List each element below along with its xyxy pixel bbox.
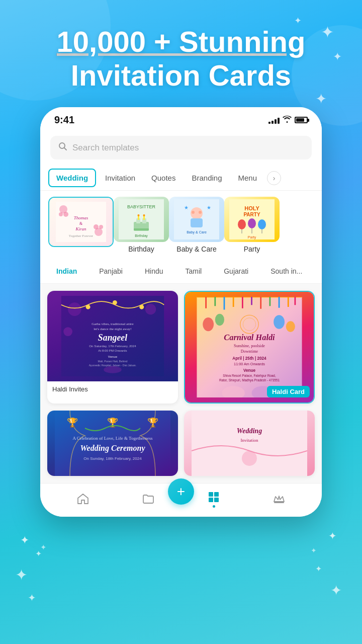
svg-text:Together Forever: Together Forever [69,234,94,238]
filter-chip-south-indian[interactable]: South in... [262,264,310,278]
search-container: Search templates [40,130,322,166]
wedding-pink-image: Wedding Invitation [184,411,315,476]
sparkle-bottom-right-large: ✦ [330,582,342,599]
svg-text:Downtime: Downtime [241,349,258,354]
svg-text:🏆: 🏆 [147,417,159,428]
party-card-visual: HOLY PARTY Party [224,197,280,242]
svg-rect-101 [214,498,219,502]
svg-point-44 [145,304,156,314]
tab-quotes[interactable]: Quotes [144,170,183,186]
tab-more-button[interactable]: › [267,171,281,185]
svg-rect-100 [209,498,213,502]
svg-text:Shiva Resort Palace, Fatehpur : Shiva Resort Palace, Fatehpur Road, [223,374,276,378]
tab-wedding[interactable]: Wedding [48,169,96,187]
svg-text:Party: Party [248,235,256,239]
svg-text:Thomas: Thomas [74,215,88,220]
tab-menu[interactable]: Menu [231,170,264,186]
nav-item-folder[interactable] [142,493,155,506]
template-card-wedding[interactable]: Thomas & Kiran Together Forever [48,197,114,253]
battery-fill [296,118,304,122]
svg-rect-102 [274,502,284,503]
signal-bar-1 [268,122,270,124]
templates-active-dot [213,505,215,508]
svg-point-37 [258,219,266,229]
crown-icon [273,493,286,506]
bottom-left-sparkle-cluster: ✦ [20,534,29,547]
svg-rect-26 [191,218,203,227]
header-title-line1: 10,000 + Stunning [57,25,306,58]
fab-add-button[interactable]: + [168,478,194,505]
wifi-icon [283,116,292,125]
tab-branding[interactable]: Branding [185,170,229,186]
search-bar[interactable]: Search templates [50,136,312,159]
home-icon [76,493,89,506]
svg-rect-19 [138,216,139,220]
svg-point-46 [86,305,90,309]
svg-text:let's dance the night away!: let's dance the night away! [94,328,132,332]
wedding-ceremony-visual: 🏆 🏆 🏆 A Celebration of Love, Life & Toge… [47,411,178,476]
svg-line-1 [64,148,67,150]
battery-icon [295,117,308,123]
sparkle-bottom-left-med: ✦ [28,592,36,604]
svg-text:Invitation: Invitation [241,438,258,443]
haldi-invites-image: Garba vibes, traditional attire let's da… [47,291,178,381]
svg-text:&: & [79,221,83,226]
template-cards-row: Thomas & Kiran Together Forever BABYSITT… [40,191,322,259]
phone-mockup: 9:41 [40,107,322,517]
folder-icon [142,493,155,506]
template-card-party[interactable]: HOLY PARTY Party Party [224,197,280,253]
nav-item-templates[interactable] [207,491,220,508]
haldi-sangeet-visual: Garba vibes, traditional attire let's da… [47,291,178,381]
filter-chip-tamil[interactable]: Tamil [177,264,210,278]
svg-text:April | 25th | 2024: April | 25th | 2024 [232,356,266,361]
filter-chip-gujarati[interactable]: Gujarati [216,264,256,278]
svg-text:Kiran: Kiran [75,226,86,231]
bottom-left-sparkle-small: ✦ [40,543,47,552]
svg-text:At 8:00 PM Onwards: At 8:00 PM Onwards [98,349,127,352]
invitation-card-wedding-ceremony[interactable]: 🏆 🏆 🏆 A Celebration of Love, Life & Toge… [47,411,178,476]
filter-chip-panjabi[interactable]: Panjabi [91,264,131,278]
status-time: 9:41 [54,114,74,126]
search-placeholder-text: Search templates [72,143,139,153]
nav-item-crown[interactable] [273,493,286,506]
svg-text:Birthday: Birthday [135,234,148,238]
wedding-card-image: Thomas & Kiran Together Forever [48,197,114,247]
svg-point-8 [99,225,103,229]
header-title: 10,000 + Stunning Invitation Cards [20,25,342,92]
babycare-card-visual: ★ ★ Baby & Care [169,197,224,242]
svg-text:Garba vibes, traditional attir: Garba vibes, traditional attire [92,322,133,326]
svg-rect-20 [143,216,145,220]
svg-point-74 [286,321,295,333]
template-card-babycare[interactable]: ★ ★ Baby & Care Baby & Care [169,197,224,253]
svg-point-5 [59,212,63,216]
svg-text:A Celebration of Love, Life & : A Celebration of Love, Life & Togetherne… [73,436,153,441]
svg-point-72 [215,314,224,326]
haldi-card-image: Carnival Haldi Sunshine, poolside Downti… [185,292,314,403]
tab-invitation[interactable]: Invitation [98,170,142,186]
invitation-card-haldi-card[interactable]: Carnival Haldi Sunshine, poolside Downti… [184,291,315,404]
svg-point-7 [94,224,99,229]
svg-rect-94 [192,411,307,476]
invitation-card-wedding-pink[interactable]: Wedding Invitation [184,411,315,476]
svg-text:Wedding Ceremony: Wedding Ceremony [80,444,145,453]
second-row-cards: 🏆 🏆 🏆 A Celebration of Love, Life & Toge… [40,411,322,483]
nav-item-home[interactable] [76,493,89,506]
filter-chip-hindu[interactable]: Hindu [137,264,171,278]
svg-text:★: ★ [207,205,211,210]
svg-point-73 [274,315,285,329]
svg-text:Venue: Venue [243,368,256,373]
svg-point-28 [199,211,202,214]
filter-chip-indian[interactable]: Indian [48,264,85,278]
fab-plus-icon: + [177,485,185,499]
invitation-card-haldi-invites[interactable]: Garba vibes, traditional attire let's da… [47,291,178,404]
svg-point-27 [192,211,195,214]
svg-rect-98 [209,492,213,497]
svg-rect-99 [214,492,219,497]
svg-text:On Saturday, 17th February, 20: On Saturday, 17th February, 2024 [89,345,136,348]
svg-point-57 [104,366,122,373]
svg-text:Mali, Purani Hatt, Behind: Mali, Purani Hatt, Behind [98,360,128,363]
template-card-birthday[interactable]: BABYSITTER Birthday Birth [114,197,169,253]
bottom-spacer: ✦ ✦ ✦ ✦ [0,517,362,537]
svg-text:Wedding: Wedding [237,427,262,435]
number-highlight: 10,000 + Stunning [57,25,306,58]
